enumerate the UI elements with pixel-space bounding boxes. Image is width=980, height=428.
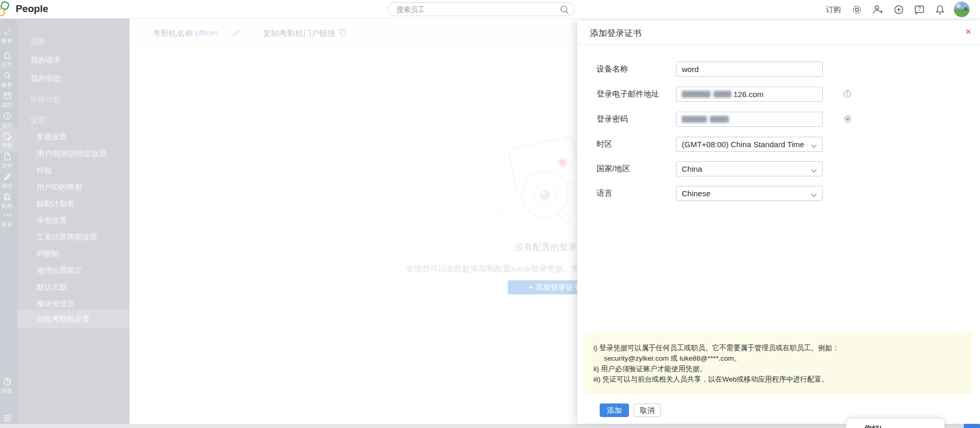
language-label: 语言 (597, 188, 612, 198)
top-header: People 订购 (0, 0, 980, 19)
add-circle-icon[interactable] (893, 4, 904, 17)
app-title: People (16, 3, 48, 15)
timezone-label: 时区 (597, 139, 612, 149)
subscribe-link[interactable]: 订购 (826, 5, 841, 15)
dialog-cancel-button[interactable]: 取消 (634, 403, 661, 417)
credential-notes-box: i) 登录凭据可以属于任何员工或职员。它不需要属于管理员或在职员工。例如：sec… (585, 333, 972, 395)
note-line: iii) 凭证可以与前台或相关人员共享，以在Web或移动应用程序中进行配置。 (593, 374, 886, 385)
dialog-title: 添加登录证书 (590, 28, 641, 39)
dialog-add-button[interactable]: 添加 (600, 403, 629, 417)
timezone-select[interactable]: (GMT+08:00) China Standard Time (Asia/Sh… (676, 137, 823, 152)
info-icon[interactable] (843, 90, 851, 100)
show-password-eye-icon[interactable] (843, 115, 852, 125)
censored-password-part (710, 116, 729, 123)
zoho-people-logo-icon (0, 1, 13, 20)
note-line: ii) 用户必须验证账户才能使用凭据。 (593, 364, 886, 374)
device-name-label: 设备名称 (597, 64, 628, 74)
email-visible-suffix: 126.com (733, 90, 764, 99)
chat-popup[interactable]: 你好! (846, 419, 944, 428)
chat-button[interactable] (964, 424, 980, 428)
password-label: 登录密码 (597, 114, 628, 124)
employee-search[interactable] (388, 2, 575, 16)
app-root: People 订购 (0, 0, 980, 428)
notifications-bell-icon[interactable] (935, 4, 946, 17)
settings-gear-icon[interactable] (851, 4, 862, 17)
email-label: 登录电子邮件地址 (597, 89, 659, 99)
bottom-scroll-strip[interactable] (0, 424, 980, 428)
country-select[interactable]: China (676, 161, 823, 176)
censored-password-part (682, 116, 707, 123)
dialog-divider (577, 44, 980, 45)
help-icon[interactable]: ? (914, 4, 925, 17)
search-icon[interactable] (559, 5, 569, 17)
search-input[interactable] (396, 3, 551, 16)
language-select[interactable]: Chinese (676, 186, 823, 201)
password-field[interactable] (676, 112, 823, 127)
device-name-input[interactable] (676, 62, 823, 77)
censored-email-part (714, 91, 731, 98)
avatar[interactable] (954, 2, 970, 17)
chat-greeting: 你好! (864, 424, 944, 428)
close-icon[interactable]: ✕ (965, 27, 972, 37)
svg-text:?: ? (918, 6, 921, 12)
add-credential-dialog: 添加登录证书 ✕ 设备名称 登录电子邮件地址 126.com 登录密码 (577, 21, 980, 424)
censored-email-part (682, 91, 710, 98)
user-switch-icon[interactable] (872, 4, 884, 17)
note-line: i) 登录凭据可以属于任何员工或职员。它不需要属于管理员或在职员工。例如：sec… (593, 343, 880, 364)
country-label: 国家/地区 (597, 164, 630, 174)
email-field[interactable]: 126.com (676, 87, 823, 102)
